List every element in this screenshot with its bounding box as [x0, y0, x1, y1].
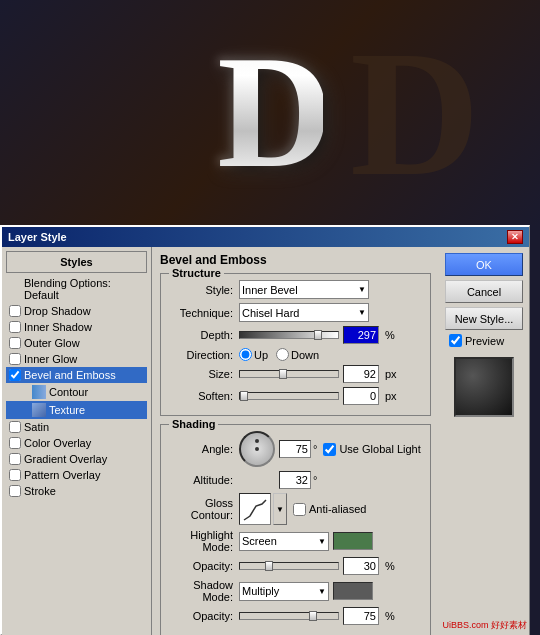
sidebar-item-drop-shadow[interactable]: Drop Shadow — [6, 303, 147, 319]
direction-label: Direction: — [169, 349, 239, 361]
highlight-color-swatch[interactable] — [333, 532, 373, 550]
sidebar-item-stroke[interactable]: Stroke — [6, 483, 147, 499]
sidebar-item-inner-glow[interactable]: Inner Glow — [6, 351, 147, 367]
color-overlay-checkbox[interactable] — [9, 437, 21, 449]
structure-group: Structure Style: Inner Bevel ▼ Technique… — [160, 273, 431, 416]
drop-shadow-checkbox[interactable] — [9, 305, 21, 317]
right-panel: OK Cancel New Style... Preview — [439, 247, 529, 635]
shadow-opacity-label: Opacity: — [169, 610, 239, 622]
shadow-mode-label: Shadow Mode: — [169, 579, 239, 603]
bevel-emboss-checkbox[interactable] — [9, 369, 21, 381]
technique-row: Technique: Chisel Hard ▼ — [169, 303, 422, 322]
preview-checkbox[interactable] — [449, 334, 462, 347]
soften-input[interactable] — [343, 387, 379, 405]
outer-glow-checkbox[interactable] — [9, 337, 21, 349]
satin-checkbox[interactable] — [9, 421, 21, 433]
new-style-button[interactable]: New Style... — [445, 307, 523, 330]
sidebar-item-color-overlay[interactable]: Color Overlay — [6, 435, 147, 451]
preview-letter-background: D — [350, 10, 480, 217]
use-global-light-checkbox[interactable] — [323, 443, 336, 456]
close-button[interactable]: ✕ — [507, 230, 523, 244]
technique-select[interactable]: Chisel Hard ▼ — [239, 303, 369, 322]
depth-thumb — [314, 330, 322, 340]
gloss-contour-preview[interactable] — [239, 493, 271, 525]
blending-options-label: Blending Options: Default — [24, 277, 143, 301]
sidebar-item-gradient-overlay[interactable]: Gradient Overlay — [6, 451, 147, 467]
size-row: Size: px — [169, 365, 422, 383]
sidebar-item-blending[interactable]: Blending Options: Default — [6, 275, 147, 303]
sidebar-item-texture[interactable]: Texture — [6, 401, 147, 419]
gloss-contour-dropdown[interactable]: ▼ — [273, 493, 287, 525]
altitude-label: Altitude: — [169, 474, 239, 486]
highlight-opacity-slider[interactable] — [239, 562, 339, 570]
dialog-body: Styles Blending Options: Default Drop Sh… — [2, 247, 529, 635]
pattern-overlay-label: Pattern Overlay — [24, 469, 100, 481]
depth-input[interactable] — [343, 326, 379, 344]
angle-dial[interactable] — [239, 431, 275, 467]
shadow-mode-select[interactable]: Multiply ▼ — [239, 582, 329, 601]
sidebar: Styles Blending Options: Default Drop Sh… — [2, 247, 152, 635]
highlight-mode-arrow: ▼ — [318, 537, 326, 546]
highlight-mode-select[interactable]: Screen ▼ — [239, 532, 329, 551]
highlight-opacity-input[interactable] — [343, 557, 379, 575]
inner-glow-checkbox[interactable] — [9, 353, 21, 365]
pattern-overlay-checkbox[interactable] — [9, 469, 21, 481]
highlight-mode-label: Highlight Mode: — [169, 529, 239, 553]
use-global-light-label[interactable]: Use Global Light — [323, 443, 420, 456]
sidebar-item-pattern-overlay[interactable]: Pattern Overlay — [6, 467, 147, 483]
size-input[interactable] — [343, 365, 379, 383]
technique-arrow: ▼ — [358, 308, 366, 317]
shadow-opacity-slider[interactable] — [239, 612, 339, 620]
use-global-light-text: Use Global Light — [339, 443, 420, 455]
shadow-opacity-slider-container: % — [239, 607, 422, 625]
direction-down-input[interactable] — [276, 348, 289, 361]
anti-aliased-checkbox[interactable] — [293, 503, 306, 516]
gradient-overlay-checkbox[interactable] — [9, 453, 21, 465]
soften-thumb — [240, 391, 248, 401]
structure-label: Structure — [169, 267, 224, 279]
highlight-opacity-unit: % — [385, 560, 400, 572]
shadow-opacity-unit: % — [385, 610, 400, 622]
angle-input[interactable] — [279, 440, 311, 458]
sidebar-item-outer-glow[interactable]: Outer Glow — [6, 335, 147, 351]
depth-slider[interactable] — [239, 331, 339, 339]
size-unit: px — [385, 368, 400, 380]
contour-svg — [242, 496, 268, 522]
sidebar-item-bevel-emboss[interactable]: Bevel and Emboss — [6, 367, 147, 383]
shadow-mode-value: Multiply — [242, 585, 279, 597]
preview-checkbox-label[interactable]: Preview — [449, 334, 523, 347]
angle-label: Angle: — [169, 443, 239, 455]
shading-group: Shading Angle: ° Use Global Light A — [160, 424, 431, 635]
direction-up-input[interactable] — [239, 348, 252, 361]
sidebar-item-contour[interactable]: Contour — [6, 383, 147, 401]
texture-icon — [32, 403, 46, 417]
direction-down-radio[interactable]: Down — [276, 348, 319, 361]
soften-slider[interactable] — [239, 392, 339, 400]
angle-unit: ° — [313, 443, 317, 455]
preview-canvas: D D — [0, 0, 540, 225]
shadow-color-swatch[interactable] — [333, 582, 373, 600]
size-slider[interactable] — [239, 370, 339, 378]
style-select[interactable]: Inner Bevel ▼ — [239, 280, 369, 299]
stroke-checkbox[interactable] — [9, 485, 21, 497]
contour-icon — [32, 385, 46, 399]
depth-unit: % — [385, 329, 400, 341]
style-arrow: ▼ — [358, 285, 366, 294]
contour-label: Contour — [49, 386, 88, 398]
altitude-input[interactable] — [279, 471, 311, 489]
anti-aliased-label[interactable]: Anti-aliased — [293, 503, 366, 516]
layer-style-dialog: Layer Style ✕ Styles Blending Options: D… — [0, 225, 530, 635]
size-label: Size: — [169, 368, 239, 380]
direction-up-radio[interactable]: Up — [239, 348, 268, 361]
drop-shadow-label: Drop Shadow — [24, 305, 91, 317]
shadow-opacity-input[interactable] — [343, 607, 379, 625]
ok-button[interactable]: OK — [445, 253, 523, 276]
gradient-overlay-label: Gradient Overlay — [24, 453, 107, 465]
shading-label: Shading — [169, 418, 218, 430]
inner-shadow-checkbox[interactable] — [9, 321, 21, 333]
dial-center — [255, 447, 259, 451]
highlight-opacity-thumb — [265, 561, 273, 571]
sidebar-item-inner-shadow[interactable]: Inner Shadow — [6, 319, 147, 335]
cancel-button[interactable]: Cancel — [445, 280, 523, 303]
sidebar-item-satin[interactable]: Satin — [6, 419, 147, 435]
